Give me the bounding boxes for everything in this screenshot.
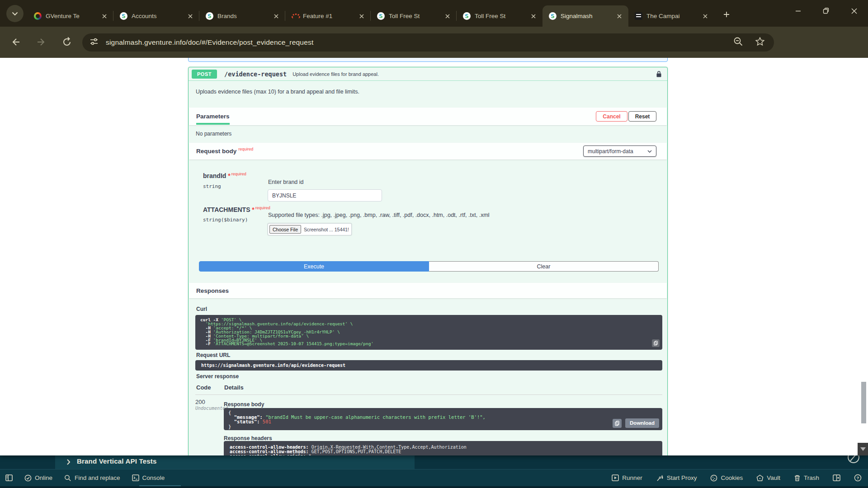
new-tab-button[interactable] (720, 8, 733, 21)
close-tab-icon[interactable] (443, 12, 452, 21)
runner-button[interactable]: Runner (612, 474, 642, 481)
clear-button[interactable]: Clear (429, 261, 659, 272)
signalmash-favicon: S (377, 12, 385, 20)
postman-collection-row: Brand Vertical API Tests (0, 455, 868, 469)
request-url-label: Request URL (196, 352, 230, 358)
auth-lock-icon[interactable] (656, 71, 661, 79)
scrollbar-down-button[interactable] (858, 443, 868, 455)
parameters-tab[interactable]: Parameters (196, 113, 230, 125)
svg-text:?: ? (857, 475, 859, 480)
responses-title: Responses (196, 287, 229, 294)
clipboard-icon (654, 341, 658, 346)
response-status-code: 200 (195, 399, 205, 405)
response-body: { "message": "brandId Must be upper-case… (224, 408, 662, 430)
minimize-button[interactable] (784, 0, 812, 22)
clipboard-icon (615, 421, 619, 426)
proxy-antenna-icon (656, 474, 664, 482)
close-tab-icon[interactable] (357, 12, 366, 21)
parameters-section-header: Parameters Cancel Reset (189, 108, 667, 125)
zoom-out-icon[interactable] (733, 37, 743, 48)
tab-brands[interactable]: S Brands (199, 5, 285, 27)
back-button[interactable] (10, 37, 22, 48)
method-badge: POST (192, 70, 217, 79)
close-tab-icon[interactable] (272, 12, 281, 21)
browser-window: GVenture Te S Accounts S Brands Feature … (0, 0, 868, 455)
field-type-brandid: string (203, 183, 221, 189)
bookmark-star-icon[interactable] (755, 37, 765, 48)
copy-curl-button[interactable] (652, 339, 660, 347)
start-proxy-button[interactable]: Start Proxy (656, 474, 697, 482)
vault-icon (756, 474, 764, 482)
console-toggle[interactable]: Console (132, 474, 165, 481)
opblock-summary[interactable]: POST /evidence-request Upload evidence f… (189, 67, 667, 81)
signalmash-favicon: S (549, 12, 557, 20)
find-and-replace[interactable]: Find and replace (64, 474, 120, 482)
close-window-button[interactable] (840, 0, 868, 22)
tab-campaign[interactable]: The Campai (628, 5, 714, 27)
opblock-post-evidence-request: POST /evidence-request Upload evidence f… (188, 67, 668, 455)
campaign-registry-favicon (635, 12, 642, 20)
request-body-section-header: Request bodyrequired multipart/form-data (189, 143, 667, 160)
page-content: POST /evidence-request Upload evidence f… (0, 58, 868, 455)
help-icon[interactable]: ? (854, 474, 862, 482)
forward-button[interactable] (36, 37, 48, 48)
postman-status-bar: Online Find and replace Console Runner S… (0, 469, 868, 486)
sidebar-toggle-icon[interactable] (5, 474, 13, 481)
copy-response-button[interactable] (613, 419, 622, 428)
site-settings-icon[interactable] (90, 37, 99, 48)
url-text[interactable]: signalmash.gventure.info/doc/#/Evidence/… (106, 38, 313, 47)
window-controls (784, 0, 868, 22)
response-headers: access-control-allow-headers: Origin,X-R… (224, 441, 662, 455)
chevron-down-icon (647, 150, 652, 153)
signalmash-favicon: S (206, 12, 213, 20)
close-tab-icon[interactable] (701, 12, 710, 21)
file-input[interactable]: Choose File Screenshot ... 154415.png (268, 223, 352, 235)
runner-icon (612, 474, 619, 481)
trash-icon (794, 474, 801, 482)
tab-signalmash-active[interactable]: S Signalmash (542, 5, 628, 27)
tab-feature[interactable]: Feature #1 (285, 5, 371, 27)
field-type-attachments: string($binary) (203, 217, 248, 223)
undocumented-label: Undocumented (195, 406, 228, 411)
vault-button[interactable]: Vault (756, 474, 780, 482)
execute-button[interactable]: Execute (199, 261, 429, 272)
field-desc-brandid: Enter brand id (268, 179, 304, 185)
reset-button[interactable]: Reset (628, 111, 656, 122)
endpoint-summary: Upload evidence files for brand appeal. (292, 71, 379, 77)
url-bar[interactable]: signalmash.gventure.info/doc/#/Evidence/… (82, 33, 774, 52)
endpoint-path: /evidence-request (224, 70, 287, 78)
chevron-right-icon[interactable] (66, 459, 71, 467)
endpoint-description: Uploads evidence files (max 10) for a br… (196, 89, 359, 95)
field-desc-attachments: Supported file types: .jpg, .jpeg, .png,… (268, 212, 490, 218)
download-button[interactable]: Download (625, 418, 659, 428)
tab-tollfree-2[interactable]: S Toll Free St (457, 5, 542, 27)
close-tab-icon[interactable] (100, 12, 109, 21)
tab-tollfree-1[interactable]: S Toll Free St (371, 5, 457, 27)
brandid-input[interactable] (268, 189, 382, 202)
previous-opblock-edge (188, 58, 668, 62)
close-tab-icon[interactable] (529, 12, 538, 21)
tab-gventure[interactable]: GVenture Te (28, 5, 113, 27)
close-tab-icon[interactable] (186, 12, 195, 21)
online-status[interactable]: Online (24, 474, 52, 482)
collection-name[interactable]: Brand Vertical API Tests (77, 457, 157, 465)
restore-button[interactable] (812, 0, 840, 22)
reload-button[interactable] (61, 37, 73, 48)
tab-accounts[interactable]: S Accounts (113, 5, 199, 27)
cancel-button[interactable]: Cancel (596, 111, 627, 122)
curl-label: Curl (196, 306, 207, 312)
selected-filename: Screenshot ... 154415.png (304, 227, 349, 232)
chevron-down-icon (12, 12, 18, 16)
cookies-button[interactable]: Cookies (710, 474, 743, 482)
trash-button[interactable]: Trash (794, 474, 819, 482)
panel-layout-icon[interactable] (833, 474, 840, 481)
request-body-label: Request bodyrequired (196, 148, 253, 155)
responses-section-header: Responses (189, 283, 667, 298)
field-name-brandid: brandId *required (203, 172, 246, 179)
content-type-select[interactable]: multipart/form-data (583, 145, 656, 157)
close-tab-icon[interactable] (615, 12, 624, 21)
scrollbar-thumb[interactable] (861, 382, 866, 423)
choose-file-button[interactable]: Choose File (269, 225, 301, 234)
tab-search-button[interactable] (6, 5, 24, 22)
response-headers-label: Response headers (224, 435, 272, 441)
